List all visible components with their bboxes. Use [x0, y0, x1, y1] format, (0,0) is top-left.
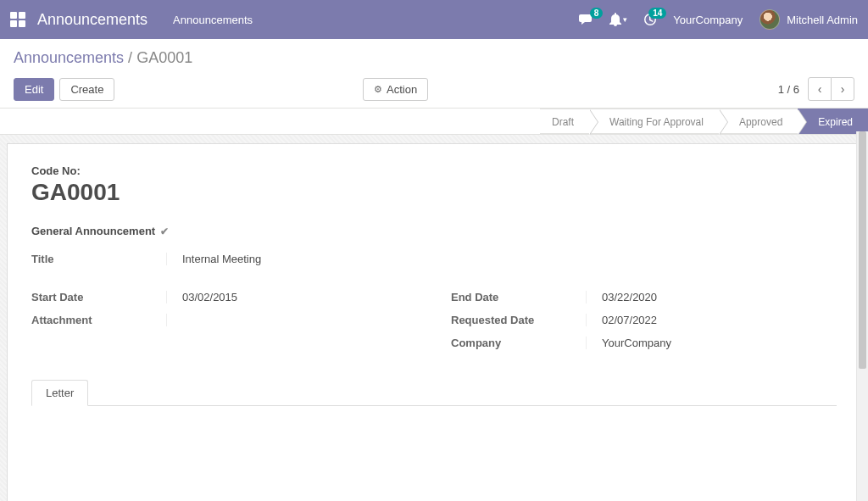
pager-next-button[interactable]: ›: [831, 77, 854, 101]
company-switcher[interactable]: YourCompany: [673, 14, 743, 26]
messages-icon[interactable]: 8: [579, 13, 594, 26]
breadcrumb-current: GA0001: [136, 49, 192, 66]
statusbar: Draft Waiting For Approval Approved Expi…: [540, 109, 868, 134]
field-attachment: Attachment: [31, 309, 417, 331]
user-menu[interactable]: Mitchell Admin: [760, 9, 858, 30]
company-link[interactable]: YourCompany: [587, 337, 671, 349]
statusbar-row: Draft Waiting For Approval Approved Expi…: [0, 109, 868, 135]
status-step-expired[interactable]: Expired: [798, 109, 868, 134]
messages-badge: 8: [590, 8, 604, 19]
create-button[interactable]: Create: [59, 78, 114, 101]
pager-value[interactable]: 1 / 6: [778, 83, 799, 96]
field-company: Company YourCompany: [451, 331, 837, 354]
breadcrumb-root[interactable]: Announcements: [14, 49, 124, 66]
action-button[interactable]: ⚙ Action: [363, 78, 428, 101]
breadcrumb: Announcements / GA0001: [14, 49, 854, 67]
edit-button[interactable]: Edit: [14, 78, 54, 101]
chevron-right-icon: ›: [841, 82, 845, 96]
status-step-draft[interactable]: Draft: [540, 109, 589, 134]
status-step-waiting[interactable]: Waiting For Approval: [589, 109, 719, 134]
gear-icon: ⚙: [374, 84, 382, 95]
check-icon: ✔: [160, 225, 169, 237]
user-name: Mitchell Admin: [787, 14, 858, 26]
tab-letter[interactable]: Letter: [31, 380, 88, 406]
scrollbar-thumb[interactable]: [859, 131, 866, 369]
code-value: GA0001: [31, 179, 837, 206]
chevron-left-icon: ‹: [818, 82, 822, 96]
field-end-date: End Date 03/22/2020: [451, 286, 837, 309]
activities-icon[interactable]: 14: [643, 13, 658, 26]
notifications-icon[interactable]: ▾: [609, 13, 627, 26]
field-title: Title Internal Meeting: [31, 248, 837, 270]
field-start-date: Start Date 03/02/2015: [31, 286, 417, 309]
control-panel: Announcements / GA0001 Edit Create ⚙ Act…: [0, 39, 868, 109]
navbar: Announcements Announcements 8 ▾ 14 YourC…: [0, 0, 868, 39]
form-background: Code No: GA0001 General Announcement ✔ T…: [0, 135, 868, 501]
app-title: Announcements: [37, 11, 147, 29]
activities-badge: 14: [648, 8, 666, 19]
form-sheet: Code No: GA0001 General Announcement ✔ T…: [7, 143, 861, 501]
scrollbar[interactable]: [856, 131, 868, 501]
tab-bar: Letter: [31, 380, 837, 406]
apps-icon[interactable]: [10, 12, 25, 27]
status-step-approved[interactable]: Approved: [719, 109, 798, 134]
general-announcement-label: General Announcement ✔: [31, 225, 169, 237]
avatar: [760, 9, 780, 30]
field-requested-date: Requested Date 02/07/2022: [451, 309, 837, 331]
pager-prev-button[interactable]: ‹: [808, 77, 832, 101]
nav-menu-announcements[interactable]: Announcements: [173, 14, 253, 26]
code-label: Code No:: [31, 164, 837, 177]
